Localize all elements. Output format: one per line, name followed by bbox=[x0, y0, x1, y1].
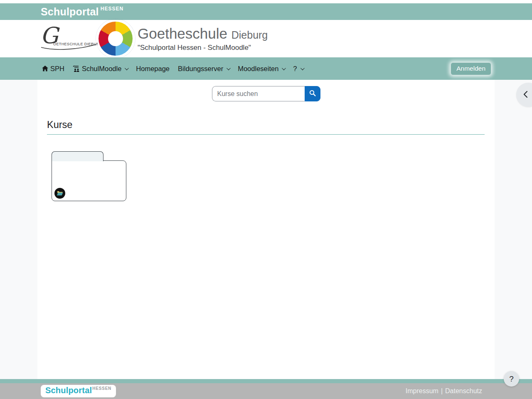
chevron-left-icon bbox=[522, 90, 529, 100]
impressum-link[interactable]: Impressum bbox=[406, 387, 438, 394]
nav-item-bildungsserver[interactable]: Bildungsserver bbox=[178, 65, 229, 73]
school-name-text: Goetheschule bbox=[138, 25, 227, 42]
footer: SchulportalHESSEN Impressum|Datenschutz bbox=[0, 383, 532, 399]
help-button[interactable]: ? bbox=[504, 371, 519, 387]
svg-text:OETHESCHULE DIEBURG: OETHESCHULE DIEBURG bbox=[53, 42, 98, 46]
chevron-down-icon bbox=[125, 66, 129, 70]
school-titles: Goetheschule Dieburg "Schulportal Hessen… bbox=[138, 25, 268, 52]
school-city: Dieburg bbox=[232, 29, 268, 41]
course-search-box bbox=[212, 86, 320, 101]
topbar-brand-text: Schulportal bbox=[41, 6, 99, 17]
open-drawer-toggle[interactable] bbox=[516, 83, 532, 107]
topbar-brand-sup: HESSEN bbox=[101, 6, 123, 12]
course-category-tab[interactable] bbox=[52, 151, 103, 161]
footer-brand-badge[interactable]: SchulportalHESSEN bbox=[41, 385, 116, 397]
page: SchulportalHESSEN G OETHESCHULE DIEBURG … bbox=[0, 0, 532, 399]
main-region: Kurse bbox=[0, 80, 532, 379]
topbar-brand-link[interactable]: SchulportalHESSEN bbox=[41, 6, 123, 18]
content-area: Kurse bbox=[37, 80, 495, 379]
course-search-button[interactable] bbox=[305, 86, 320, 101]
school-header: G OETHESCHULE DIEBURG Goetheschule Diebu… bbox=[0, 20, 532, 57]
title-divider bbox=[47, 134, 485, 135]
signature-logo-svg: G OETHESCHULE DIEBURG bbox=[39, 23, 98, 54]
login-button[interactable]: Anmelden bbox=[451, 62, 491, 75]
footer-teal-strip bbox=[0, 379, 532, 383]
footer-brand-text: SchulportalHESSEN bbox=[45, 386, 111, 395]
nav-item-label: SchulMoodle bbox=[82, 65, 121, 73]
course-search-input[interactable] bbox=[212, 86, 305, 101]
nav-item-label: Homepage bbox=[136, 65, 170, 73]
footer-link-separator: | bbox=[441, 387, 443, 394]
course-search-row bbox=[37, 80, 495, 101]
nav-item-schulmoodle[interactable]: SchulMoodle bbox=[73, 65, 128, 73]
school-name: Goetheschule Dieburg bbox=[138, 26, 268, 42]
school-signature-logo: G OETHESCHULE DIEBURG bbox=[39, 23, 98, 54]
nav-item-label: Bildungsserver bbox=[178, 65, 223, 73]
chevron-down-icon bbox=[227, 66, 231, 70]
nav-item-label: SPH bbox=[50, 65, 64, 73]
search-icon bbox=[309, 89, 316, 98]
school-wheel-logo bbox=[99, 22, 133, 56]
nav-item-label: Moodleseiten bbox=[238, 65, 278, 73]
school-subtitle: "Schulportal Hessen - SchulMoodle" bbox=[138, 44, 268, 52]
cohort-icon bbox=[73, 65, 80, 72]
page-title: Kurse bbox=[47, 119, 495, 131]
chevron-down-icon bbox=[300, 66, 305, 70]
footer-brand-word: Schulportal bbox=[45, 386, 92, 395]
nav-item-label: ? bbox=[293, 65, 297, 73]
course-category-card bbox=[52, 151, 126, 201]
top-white-strip bbox=[0, 0, 532, 3]
course-category-body[interactable] bbox=[52, 160, 126, 201]
datenschutz-link[interactable]: Datenschutz bbox=[445, 387, 482, 394]
nav-item-sph[interactable]: SPH bbox=[42, 65, 64, 73]
footer-brand-sup: HESSEN bbox=[92, 386, 111, 391]
navbar: SPH SchulMoodle Homepage bbox=[0, 57, 532, 80]
chevron-down-icon bbox=[282, 66, 286, 70]
nav-item-homepage[interactable]: Homepage bbox=[136, 65, 170, 73]
nav-item-help[interactable]: ? bbox=[293, 65, 303, 73]
topbar: SchulportalHESSEN bbox=[0, 3, 532, 20]
home-icon bbox=[42, 65, 49, 72]
nav-item-moodleseiten[interactable]: Moodleseiten bbox=[238, 65, 285, 73]
open-folder-icon bbox=[54, 188, 65, 199]
footer-links: Impressum|Datenschutz bbox=[406, 387, 482, 395]
